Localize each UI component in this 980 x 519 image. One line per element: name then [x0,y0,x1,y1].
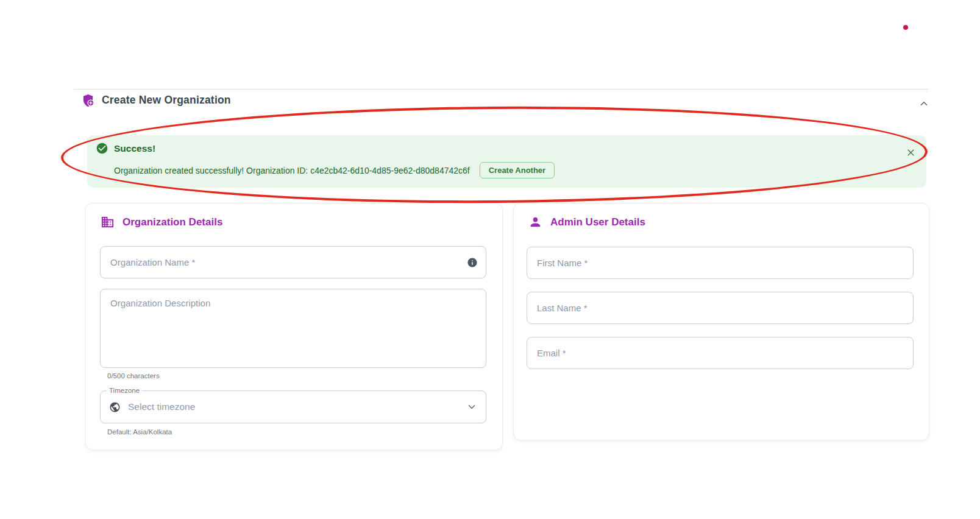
organization-card-title: Organization Details [122,216,222,228]
email-field-wrapper [527,337,914,369]
last-name-field-wrapper [527,292,914,324]
organization-name-field-wrapper [100,246,486,278]
page-title: Create New Organization [102,94,231,107]
building-icon [101,215,115,229]
timezone-default-hint: Default: Asia/Kolkata [107,428,172,436]
alert-close-button[interactable] [904,146,917,159]
check-circle-icon [96,142,108,155]
section-header: Create New Organization [81,93,231,107]
organization-description-input[interactable] [101,289,486,367]
email-input[interactable] [527,337,913,369]
timezone-field-label: Timezone [107,387,142,394]
organization-name-input[interactable] [101,247,486,278]
section-divider [74,89,928,90]
organization-add-icon [81,93,95,107]
person-icon [528,215,542,229]
collapse-button[interactable] [915,95,933,112]
alert-title: Success! [114,143,155,154]
timezone-placeholder: Select timezone [128,401,459,412]
alert-message: Organization created successfully! Organ… [114,166,470,175]
create-another-button[interactable]: Create Another [480,162,555,178]
success-alert: Success! Organization created successful… [87,135,926,188]
timezone-select[interactable]: Timezone Select timezone [100,390,486,423]
organization-card-header: Organization Details [101,215,222,229]
last-name-input[interactable] [527,292,913,323]
admin-card-header: Admin User Details [528,215,645,229]
globe-icon [109,401,121,413]
admin-user-details-card: Admin User Details [513,203,929,440]
annotation-dot [903,25,908,30]
chevron-up-icon [918,98,929,109]
first-name-field-wrapper [527,247,914,279]
chevron-down-icon [466,401,477,412]
close-icon [906,148,915,157]
info-icon[interactable] [466,256,478,269]
page: Create New Organization Success! Organiz… [0,0,980,519]
admin-card-title: Admin User Details [550,216,645,228]
organization-details-card: Organization Details 0/500 characters Ti… [85,203,503,450]
organization-description-field-wrapper [100,289,486,368]
first-name-input[interactable] [527,247,913,278]
character-count: 0/500 characters [107,372,160,380]
